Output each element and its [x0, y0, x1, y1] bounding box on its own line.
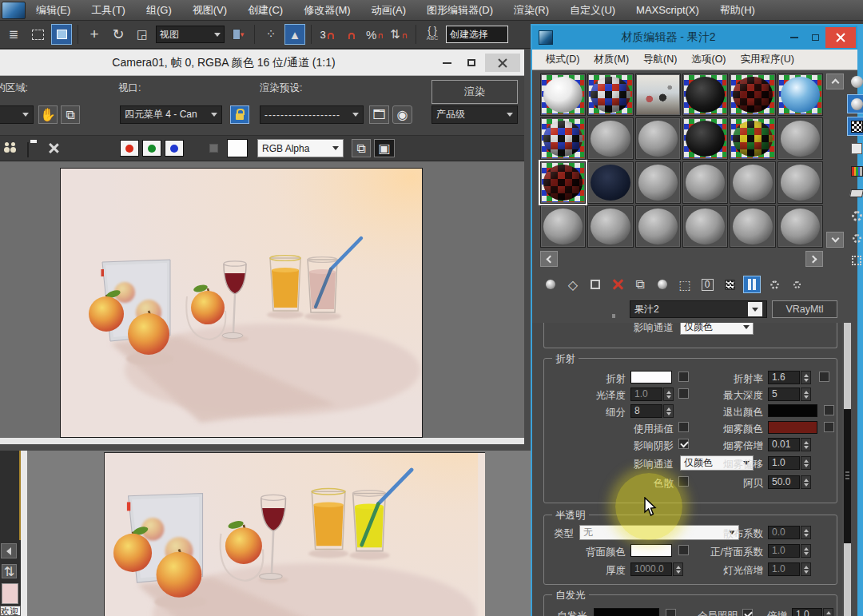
edit-region-icon[interactable]: ✋: [38, 105, 58, 124]
snap-toggle-3d-icon[interactable]: 3: [317, 24, 338, 45]
show-end-result-icon[interactable]: [721, 276, 738, 293]
self-illum-map-checkbox[interactable]: [666, 609, 676, 616]
me-maximize-button[interactable]: [805, 29, 825, 46]
refraction-color-swatch[interactable]: [630, 371, 672, 384]
background-icon[interactable]: [847, 117, 863, 136]
angle-snap-icon[interactable]: [341, 24, 362, 45]
fog-bias-spinner[interactable]: [801, 456, 811, 470]
scale-icon[interactable]: ◲: [132, 24, 153, 45]
back-color-checkbox[interactable]: [678, 545, 689, 555]
material-sample-slot[interactable]: [682, 205, 728, 248]
thickness-spinner[interactable]: [673, 562, 683, 576]
subdivs-spinner[interactable]: [663, 404, 674, 418]
material-sample-slot-selected[interactable]: [540, 161, 586, 204]
background-color-swatch[interactable]: [227, 139, 248, 157]
material-sample-slot[interactable]: [540, 205, 586, 248]
minimize-button[interactable]: [435, 54, 458, 72]
show-map-in-viewport-icon[interactable]: 0: [698, 276, 716, 293]
material-sample-slot[interactable]: [730, 161, 775, 204]
material-sample-slot[interactable]: [540, 117, 586, 160]
exit-color-checkbox[interactable]: [824, 405, 834, 415]
menu-group[interactable]: 组(G): [136, 0, 182, 20]
get-material-icon[interactable]: [542, 276, 559, 293]
material-sample-slot[interactable]: [682, 74, 728, 116]
abbe-spinner[interactable]: [801, 475, 811, 489]
abbe-field[interactable]: 50.0: [768, 475, 800, 489]
menu-help[interactable]: 帮助(H): [710, 0, 766, 20]
light-multiplier-spinner[interactable]: [801, 562, 811, 576]
me-menu-options[interactable]: 选项(O): [684, 53, 733, 66]
close-button[interactable]: [485, 54, 520, 72]
blue-channel-button[interactable]: [165, 140, 184, 157]
ref-coord-dropdown[interactable]: 视图: [156, 26, 225, 43]
ior-map-checkbox[interactable]: [819, 372, 829, 382]
lock-viewport-button[interactable]: [230, 105, 249, 124]
me-menu-utilities[interactable]: 实用程序(U): [734, 53, 801, 66]
material-sample-slot[interactable]: [635, 161, 681, 204]
use-interpolation-checkbox[interactable]: [678, 422, 689, 432]
red-channel-button[interactable]: [120, 140, 139, 157]
selection-set-field[interactable]: 创建选择: [446, 26, 508, 43]
render-button[interactable]: 渲染: [432, 80, 518, 104]
material-id-channel-icon[interactable]: ⬚: [676, 276, 694, 293]
assign-to-selection-icon[interactable]: [587, 276, 604, 293]
material-sample-slot[interactable]: [587, 117, 633, 160]
fog-color-swatch[interactable]: [768, 421, 817, 434]
palette-scroll-left-button[interactable]: [540, 251, 558, 267]
channel-display-dropdown[interactable]: RGB Alpha: [257, 139, 344, 157]
fog-bias-field[interactable]: 1.0: [768, 456, 800, 470]
go-forward-sibling-icon[interactable]: [766, 276, 783, 293]
light-multiplier-field[interactable]: 1.0: [768, 562, 800, 576]
move-icon[interactable]: +: [84, 24, 105, 45]
spinner-snap-icon[interactable]: ⇅: [389, 24, 410, 45]
use-pivot-center-icon[interactable]: ▾: [228, 24, 249, 45]
me-minimize-button[interactable]: [784, 29, 805, 46]
put-to-scene-icon[interactable]: ◇: [564, 276, 582, 293]
me-menu-navigation[interactable]: 导航(N): [636, 53, 684, 66]
sample-uv-tiling-icon[interactable]: [847, 139, 863, 158]
material-sample-slot[interactable]: [777, 161, 823, 204]
scatter-coeff-spinner[interactable]: [801, 526, 811, 539]
menu-tools[interactable]: 工具(T): [81, 0, 136, 20]
menu-graph-editors[interactable]: 图形编辑器(D): [416, 0, 503, 20]
palette-scroll-up-button[interactable]: [826, 74, 844, 89]
material-map-navigator-icon[interactable]: [847, 251, 863, 270]
material-sample-slot[interactable]: [777, 74, 823, 116]
glossiness-map-checkbox[interactable]: [678, 388, 689, 399]
menu-maxscript[interactable]: MAXScript(X): [626, 0, 710, 20]
sample-type-icon[interactable]: [847, 72, 863, 91]
select-by-name-icon[interactable]: ≣: [3, 24, 24, 45]
parameters-scrollbar[interactable]: [844, 323, 851, 616]
menu-modifiers[interactable]: 修改器(M): [293, 0, 361, 20]
back-color-swatch[interactable]: [630, 544, 672, 557]
select-by-material-icon[interactable]: [847, 229, 863, 248]
go-to-parent-icon[interactable]: [743, 276, 761, 293]
menu-edit[interactable]: 编辑(E): [26, 0, 81, 20]
fog-multiplier-field[interactable]: 0.01: [768, 438, 800, 451]
welcome-tag[interactable]: 欢迎: [0, 606, 21, 616]
material-sample-slot[interactable]: [587, 205, 633, 248]
material-sample-slot[interactable]: [777, 205, 823, 248]
subdivs-field[interactable]: 8: [630, 404, 662, 418]
fwd-back-coeff-spinner[interactable]: [801, 544, 811, 558]
render-window-titlebar[interactable]: Camera01, 帧 0, RGBA 颜色 16 位/通道 (1:1): [0, 50, 524, 76]
material-sample-slot[interactable]: [682, 161, 728, 204]
keyboard-shortcut-override-icon[interactable]: ▲: [284, 24, 305, 45]
max-depth-spinner[interactable]: [801, 387, 811, 401]
material-editor-titlebar[interactable]: 材质编辑器 - 果汁2: [532, 26, 857, 50]
reset-map-icon[interactable]: [609, 276, 626, 293]
save-copies-icon[interactable]: [5, 142, 9, 146]
window-crossing-icon[interactable]: [51, 24, 72, 45]
render-quality-dropdown[interactable]: 产品级: [432, 105, 518, 124]
glossiness-field[interactable]: 1.0: [630, 387, 662, 401]
fog-color-checkbox[interactable]: [824, 422, 834, 432]
put-to-library-icon[interactable]: [654, 276, 671, 293]
rotate-icon[interactable]: ↻: [108, 24, 129, 45]
area-to-render-dropdown[interactable]: [0, 105, 34, 124]
multiplier-spinner[interactable]: [823, 608, 833, 616]
me-menu-modes[interactable]: 模式(D): [539, 53, 587, 66]
ior-field[interactable]: 1.6: [768, 371, 800, 384]
material-sample-slot[interactable]: [587, 74, 633, 116]
scrollbar-thumb[interactable]: [844, 409, 851, 543]
max-depth-field[interactable]: 5: [768, 387, 800, 401]
